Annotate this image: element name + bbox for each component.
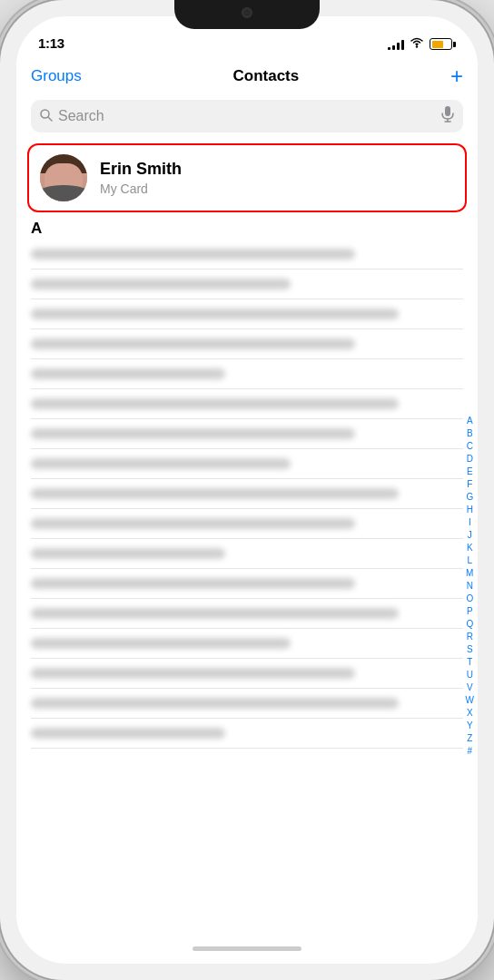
list-item[interactable] <box>31 689 463 719</box>
alpha-index-letter[interactable]: U <box>466 669 474 681</box>
alpha-index-letter[interactable]: K <box>466 542 474 554</box>
alpha-index-letter[interactable]: P <box>466 605 474 618</box>
list-item[interactable] <box>31 569 463 599</box>
svg-point-0 <box>416 45 418 47</box>
battery-icon <box>430 38 456 50</box>
phone-frame: 1:13 <box>0 0 494 980</box>
search-input[interactable]: Search <box>58 108 436 124</box>
alpha-index-letter[interactable]: W <box>466 694 474 707</box>
list-item[interactable] <box>31 509 463 539</box>
list-item[interactable] <box>31 299 463 329</box>
svg-rect-3 <box>445 106 450 116</box>
status-icons <box>388 37 456 51</box>
list-item[interactable] <box>31 479 463 509</box>
section-header-a: A <box>16 216 478 240</box>
alpha-index-letter[interactable]: Y <box>466 720 474 732</box>
alpha-index-letter[interactable]: Z <box>466 732 474 745</box>
alpha-index-letter[interactable]: S <box>466 643 474 656</box>
alpha-index-letter[interactable]: # <box>466 745 474 758</box>
list-item[interactable] <box>31 539 463 569</box>
home-bar <box>193 946 301 951</box>
mic-icon[interactable] <box>441 106 454 126</box>
my-card-name: Erin Smith <box>100 160 454 180</box>
add-contact-button[interactable]: + <box>450 65 463 87</box>
alpha-index-letter[interactable]: M <box>466 567 474 580</box>
list-item[interactable] <box>31 359 463 389</box>
notch <box>174 0 320 29</box>
list-item[interactable] <box>31 629 463 659</box>
contacts-list: ABCDEFGHIJKLMNOPQRSTUVWXYZ# <box>16 240 478 933</box>
alpha-index-letter[interactable]: C <box>466 440 474 453</box>
screen: 1:13 <box>16 16 478 964</box>
search-bar[interactable]: Search <box>31 100 463 132</box>
home-indicator <box>16 933 478 964</box>
alpha-index-letter[interactable]: B <box>466 427 474 440</box>
alpha-index-letter[interactable]: F <box>466 478 474 491</box>
alpha-index-letter[interactable]: G <box>466 491 474 504</box>
avatar <box>40 154 87 201</box>
list-item[interactable] <box>31 659 463 689</box>
my-card[interactable]: Erin Smith My Card <box>27 143 467 212</box>
list-item[interactable] <box>31 419 463 449</box>
search-icon <box>40 109 53 124</box>
list-item[interactable] <box>31 270 463 299</box>
svg-line-2 <box>48 117 52 121</box>
page-title: Contacts <box>233 67 300 85</box>
my-card-info: Erin Smith My Card <box>100 160 454 196</box>
alpha-index-letter[interactable]: H <box>466 504 474 516</box>
alpha-index-letter[interactable]: O <box>466 593 474 605</box>
alpha-index-letter[interactable]: N <box>466 580 474 593</box>
list-item[interactable] <box>31 329 463 359</box>
alpha-index-letter[interactable]: T <box>466 656 474 669</box>
my-card-subtitle: My Card <box>100 181 454 196</box>
list-item[interactable] <box>31 449 463 479</box>
status-time: 1:13 <box>38 35 64 51</box>
alpha-index-letter[interactable]: L <box>466 554 474 567</box>
list-item[interactable] <box>31 389 463 419</box>
alpha-index-letter[interactable]: E <box>466 466 474 478</box>
alpha-index-letter[interactable]: R <box>466 631 474 643</box>
signal-icon <box>388 39 404 50</box>
nav-bar: Groups Contacts + <box>16 56 478 96</box>
list-item[interactable] <box>31 599 463 629</box>
alpha-index-letter[interactable]: J <box>466 529 474 542</box>
alphabet-index[interactable]: ABCDEFGHIJKLMNOPQRSTUVWXYZ# <box>466 240 474 933</box>
groups-button[interactable]: Groups <box>31 67 82 85</box>
alpha-index-letter[interactable]: A <box>466 415 474 427</box>
alpha-index-letter[interactable]: D <box>466 453 474 466</box>
notch-camera <box>242 7 252 18</box>
alpha-index-letter[interactable]: I <box>466 516 474 529</box>
main-content: Groups Contacts + Search <box>16 56 478 933</box>
wifi-icon <box>410 37 424 51</box>
alpha-index-letter[interactable]: V <box>466 681 474 694</box>
alpha-index-letter[interactable]: Q <box>466 618 474 631</box>
list-item[interactable] <box>31 719 463 749</box>
alpha-index-letter[interactable]: X <box>466 707 474 720</box>
list-item[interactable] <box>31 240 463 270</box>
